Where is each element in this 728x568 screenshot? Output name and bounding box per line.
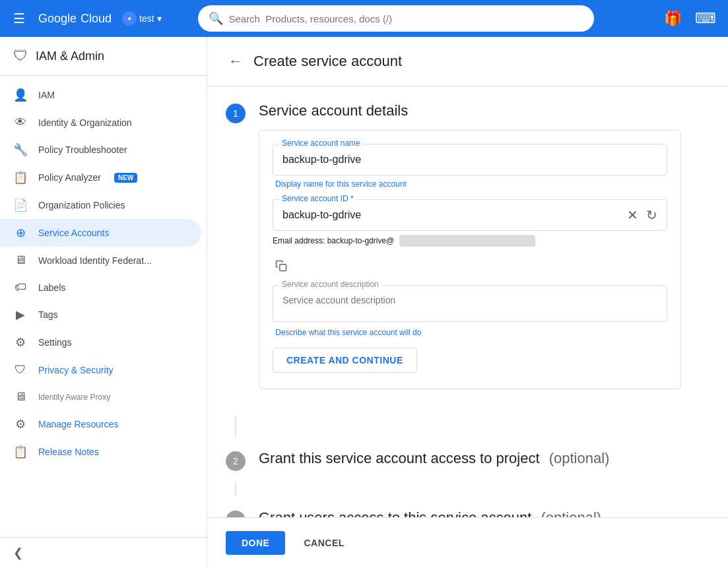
labels-icon: 🏷 <box>13 280 28 294</box>
logo-google: Google <box>38 12 77 26</box>
menu-icon[interactable]: ☰ <box>8 5 30 32</box>
sidebar-header: 🛡 IAM & Admin <box>0 37 207 76</box>
sidebar-item-iam[interactable]: 👤 IAM <box>0 81 201 109</box>
sidebar-item-label: Settings <box>38 337 72 348</box>
sidebar-item-workload-identity[interactable]: 🖥 Workload Identity Federat... <box>0 247 201 274</box>
id-input-wrapper: ✕ ↻ <box>273 199 667 231</box>
tags-icon: ▶ <box>13 307 28 322</box>
settings-icon: ⚙ <box>13 335 28 350</box>
google-cloud-logo[interactable]: Google Cloud <box>38 12 112 26</box>
main-content: 1 Service account details Service accoun… <box>207 86 728 568</box>
terminal-icon[interactable]: ⌨ <box>691 6 720 31</box>
create-and-continue-button[interactable]: CREATE AND CONTINUE <box>273 348 417 373</box>
sidebar-item-labels[interactable]: 🏷 Labels <box>0 274 201 301</box>
sidebar-item-label: Identity & Organization <box>38 117 132 128</box>
service-account-name-input[interactable] <box>273 144 667 175</box>
id-field-group: Service account ID * ✕ ↻ Email address: … <box>273 199 667 274</box>
policy-troubleshooter-icon: 🔧 <box>13 142 28 157</box>
sidebar-item-label: Policy Analyzer <box>38 172 101 183</box>
sidebar-item-identity-aware[interactable]: 🖥 Identity Aware Proxy <box>0 383 201 410</box>
sidebar-item-release-notes[interactable]: 📋 Release Notes <box>0 438 201 466</box>
step-1-section: 1 Service account details Service accoun… <box>226 102 710 400</box>
cancel-button[interactable]: CANCEL <box>293 531 354 555</box>
sidebar-item-tags[interactable]: ▶ Tags <box>0 301 201 329</box>
sidebar-item-manage-resources[interactable]: ⚙ Manage Resources <box>0 410 201 438</box>
sidebar-item-label: Policy Troubleshooter <box>38 144 127 155</box>
step-1-title: Service account details <box>259 102 710 119</box>
desc-helper: Describe what this service account will … <box>273 328 667 337</box>
refresh-id-button[interactable]: ↻ <box>642 203 661 227</box>
privacy-security-icon: 🛡 <box>13 363 28 377</box>
sidebar-item-label: IAM <box>38 90 55 100</box>
sidebar-collapse-button[interactable]: ❮ <box>0 537 207 568</box>
sidebar-item-label: Release Notes <box>38 447 99 457</box>
sidebar-item-label: Organization Policies <box>38 200 125 210</box>
clear-id-button[interactable]: ✕ <box>623 203 642 227</box>
identity-aware-icon: 🖥 <box>13 390 28 404</box>
email-prefix: Email address: backup-to-gdrive@ <box>273 236 394 245</box>
sidebar-item-label: Manage Resources <box>38 419 118 429</box>
desc-textarea[interactable] <box>273 285 667 322</box>
name-helper: Display name for this service account <box>273 179 667 189</box>
sidebar-item-label: Tags <box>38 309 58 320</box>
org-policies-icon: 📄 <box>13 198 28 212</box>
step-2-optional: (optional) <box>549 450 610 466</box>
sidebar-item-label: Service Accounts <box>38 228 109 238</box>
topbar-actions: 🎁 ⌨ <box>660 6 720 31</box>
new-badge: NEW <box>114 173 137 183</box>
page-title: Create service account <box>253 53 402 70</box>
sidebar-item-org-policies[interactable]: 📄 Organization Policies <box>0 191 201 219</box>
sidebar-item-label: Labels <box>38 282 65 293</box>
id-label: Service account ID * <box>279 194 356 203</box>
step-1-content: Service account details Service account … <box>259 102 710 400</box>
svg-rect-0 <box>280 265 286 271</box>
layout: 🛡 IAM & Admin 👤 IAM 👁 Identity & Organiz… <box>0 37 728 568</box>
workload-identity-icon: 🖥 <box>13 253 28 267</box>
sidebar-item-policy-analyzer[interactable]: 📋 Policy Analyzer NEW <box>0 164 201 191</box>
done-button[interactable]: DONE <box>226 531 285 555</box>
search-icon: 🔍 <box>209 11 223 26</box>
main-content-area: ← Create service account 1 Service accou… <box>207 37 728 568</box>
desc-field-group: Service account description <box>273 285 667 324</box>
step-2-number: 2 <box>226 451 246 471</box>
service-account-id-input[interactable] <box>282 209 623 221</box>
sidebar-item-privacy-security[interactable]: 🛡 Privacy & Security <box>0 356 201 383</box>
back-button[interactable]: ← <box>226 50 246 73</box>
topbar: ☰ Google Cloud ✦ test ▾ 🔍 🎁 ⌨ <box>0 0 728 37</box>
service-accounts-icon: ⊕ <box>13 226 28 240</box>
copy-email-button[interactable] <box>273 257 290 274</box>
sidebar: 🛡 IAM & Admin 👤 IAM 👁 Identity & Organiz… <box>0 37 207 568</box>
sidebar-title: IAM & Admin <box>36 49 104 63</box>
sidebar-item-label: Identity Aware Proxy <box>38 393 110 402</box>
identity-org-icon: 👁 <box>13 115 28 129</box>
project-selector[interactable]: ✦ test ▾ <box>122 11 162 26</box>
sidebar-item-policy-troubleshooter[interactable]: 🔧 Policy Troubleshooter <box>0 136 201 164</box>
project-chevron-icon: ▾ <box>157 13 162 24</box>
step-2-section: 2 Grant this service account access to p… <box>226 450 710 478</box>
email-domain: ████████████████████ <box>399 235 535 247</box>
gift-icon[interactable]: 🎁 <box>660 6 686 31</box>
bottom-actions: DONE CANCEL <box>207 517 728 568</box>
iam-icon: 👤 <box>13 88 28 102</box>
iam-admin-icon: 🛡 <box>13 47 28 65</box>
search-bar[interactable]: 🔍 <box>198 5 594 32</box>
step-1-form: Service account name Display name for th… <box>259 130 681 389</box>
step-1-number: 1 <box>226 104 246 123</box>
sidebar-item-label: Privacy & Security <box>38 365 114 375</box>
sidebar-item-settings[interactable]: ⚙ Settings <box>0 329 201 356</box>
project-icon: ✦ <box>122 11 137 26</box>
main-header: ← Create service account <box>207 37 728 86</box>
sidebar-item-label: Workload Identity Federat... <box>38 255 152 266</box>
name-label: Service account name <box>279 139 363 148</box>
policy-analyzer-icon: 📋 <box>13 170 28 185</box>
email-row: Email address: backup-to-gdrive@ ███████… <box>273 235 667 247</box>
project-name: test <box>139 13 154 24</box>
sidebar-item-identity-org[interactable]: 👁 Identity & Organization <box>0 109 201 136</box>
manage-resources-icon: ⚙ <box>13 417 28 431</box>
sidebar-item-service-accounts[interactable]: ⊕ Service Accounts <box>0 219 201 247</box>
sidebar-nav: 👤 IAM 👁 Identity & Organization 🔧 Policy… <box>0 76 207 537</box>
collapse-icon: ❮ <box>13 546 23 560</box>
search-input[interactable] <box>228 13 583 24</box>
step-2-title: Grant this service account access to pro… <box>259 450 710 467</box>
release-notes-icon: 📋 <box>13 445 28 459</box>
